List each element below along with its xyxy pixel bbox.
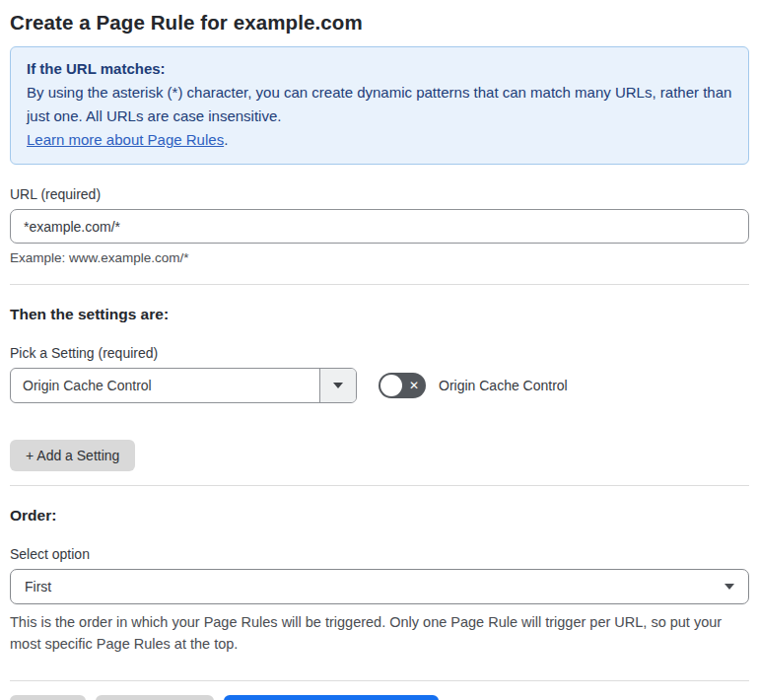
toggle-knob — [380, 375, 402, 396]
order-select-value: First — [25, 579, 51, 595]
divider — [10, 680, 749, 681]
footer-actions: Cancel Save as Draft Save and Deploy Pag… — [10, 695, 749, 700]
pick-setting-label: Pick a Setting (required) — [10, 345, 749, 361]
link-suffix: . — [224, 131, 228, 148]
order-select[interactable]: First — [10, 569, 749, 604]
info-box-link-line: Learn more about Page Rules. — [27, 128, 732, 152]
info-box-heading: If the URL matches: — [27, 57, 732, 81]
save-as-draft-button[interactable]: Save as Draft — [96, 695, 214, 700]
cancel-button[interactable]: Cancel — [10, 695, 86, 700]
add-setting-button[interactable]: + Add a Setting — [10, 440, 135, 471]
order-helper-text: This is the order in which your Page Rul… — [10, 611, 739, 655]
page-title: Create a Page Rule for example.com — [10, 9, 749, 35]
divider — [10, 485, 749, 486]
setting-row: Origin Cache Control ✕ Origin Cache Cont… — [10, 368, 749, 403]
origin-cache-control-toggle[interactable]: ✕ — [379, 373, 426, 398]
setting-select[interactable]: Origin Cache Control — [10, 368, 357, 403]
url-input[interactable] — [10, 209, 749, 244]
url-match-info-box: If the URL matches: By using the asteris… — [10, 46, 749, 165]
settings-section-heading: Then the settings are: — [10, 306, 749, 323]
chevron-down-icon — [724, 584, 734, 590]
url-label: URL (required) — [10, 186, 749, 202]
order-select-label: Select option — [10, 546, 749, 562]
order-section-heading: Order: — [10, 507, 749, 525]
url-example-text: Example: www.example.com/* — [10, 250, 749, 265]
setting-select-arrow-button[interactable] — [319, 369, 356, 402]
page-rule-form: Create a Page Rule for example.com If th… — [0, 0, 759, 700]
save-and-deploy-button[interactable]: Save and Deploy Page Rule — [224, 695, 439, 700]
divider — [10, 284, 749, 285]
toggle-off-x-icon: ✕ — [409, 380, 419, 391]
toggle-label: Origin Cache Control — [439, 378, 568, 393]
chevron-down-icon — [333, 383, 343, 388]
learn-more-link[interactable]: Learn more about Page Rules — [27, 131, 224, 148]
info-box-body: By using the asterisk (*) character, you… — [27, 81, 732, 128]
setting-select-value: Origin Cache Control — [11, 369, 319, 402]
